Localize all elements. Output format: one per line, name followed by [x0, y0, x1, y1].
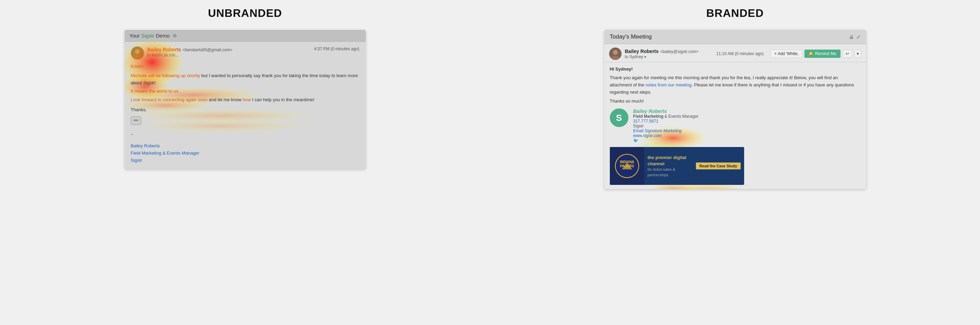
branded-title-bar: Today's Meeting 🖨 ⤢ — [605, 30, 866, 44]
unbranded-title: UNBRANDED — [208, 7, 282, 20]
branded-email-panel: Today's Meeting 🖨 ⤢ Bailey Roberts <bail… — [605, 30, 866, 189]
branded-content-area: Hi Sydney! Thank you again for meeting m… — [605, 62, 866, 189]
unbranded-signature: Bailey Roberts Field Marketing & Events … — [131, 143, 360, 164]
sig-details: Bailey Roberts Field Marketing & Events … — [633, 108, 861, 143]
sig-title-unbranded: Field Marketing & Events Manager — [131, 150, 360, 157]
branded-body-text: Thank you again for meeting me this morn… — [610, 74, 861, 96]
body-line2: It means the world to us. — [131, 88, 360, 95]
unbranded-email-panel: Your Sigstr Demo ⧉ — [125, 30, 366, 169]
more-button[interactable]: ▾ — [854, 49, 861, 58]
sig-name-unbranded: Bailey Roberts — [131, 143, 360, 150]
banner-sub: for ticket sales & partnerships — [648, 167, 693, 178]
svg-point-7 — [135, 49, 140, 54]
sig-product: Email Signature Marketing — [633, 128, 861, 133]
unbranded-header-bar: Your Sigstr Demo ⧉ — [125, 30, 366, 41]
branded-signature-block: S Bailey Roberts Field Marketing & Event… — [610, 108, 861, 143]
unbranded-section: UNBRANDED Your Sigstr Demo ⧉ — [0, 0, 490, 169]
sig-company-branded: Sigstr — [633, 124, 861, 128]
to-dropdown-icon[interactable]: ▾ — [644, 55, 646, 59]
branded-from-row: Bailey Roberts <bailey@sigstr.com> to Sy… — [605, 44, 866, 62]
branded-to: to Sydney ▾ — [625, 54, 713, 59]
sender-avatar-unbranded — [131, 46, 144, 60]
banner-logo: INDIANA PACERS — [610, 147, 644, 185]
to-unbranded: to kristin.ak.rob... — [147, 53, 311, 57]
unbranded-from-row: Bailey Roberts <beroberts65@gmail.com> t… — [131, 46, 360, 60]
sig-website: www.sigstr.com — [633, 133, 861, 138]
branded-from-info: Bailey Roberts <bailey@sigstr.com> to Sy… — [625, 48, 713, 59]
title-bar-icons: 🖨 ⤢ — [849, 34, 861, 40]
sig-separator: -- — [131, 131, 360, 138]
show-more-button[interactable]: ••• — [131, 116, 142, 125]
branded-from-email: <bailey@sigstr.com> — [660, 49, 699, 54]
branded-actions: + Add 'White, 🔔 Remind Me ↩ ▾ — [770, 49, 861, 58]
recipient-name-unbranded: Kristin: — [131, 64, 145, 69]
unbranded-email-content: Kristin: Michelle will be following up s… — [131, 63, 360, 164]
sig-avatar-green: S — [610, 108, 628, 127]
body-highlight: notes from our meeting — [646, 82, 692, 88]
branded-closing: Thanks so much! — [610, 99, 861, 104]
expand-icon[interactable]: ⤢ — [856, 34, 861, 40]
copy-icon[interactable]: ⧉ — [173, 33, 176, 38]
email-banner[interactable]: INDIANA PACERS the premier digital chann… — [610, 147, 744, 185]
print-icon[interactable]: 🖨 — [849, 34, 854, 40]
pacers-logo-svg: INDIANA PACERS — [615, 154, 639, 178]
branded-greeting: Hi Sydney! — [610, 67, 861, 72]
branded-section: BRANDED Today's Meeting 🖨 ⤢ Bailey Rober… — [490, 0, 980, 189]
unbranded-from-details: Bailey Roberts <beroberts65@gmail.com> t… — [147, 46, 311, 57]
body-line1-highlight: Michelle will be following up shortly — [131, 73, 202, 78]
sig-social-twitter[interactable]: 🐦 — [633, 138, 861, 143]
sig-phone: 317.777.5671 — [633, 119, 861, 124]
branded-window-title: Today's Meeting — [610, 33, 652, 40]
sig-title-branded: Field Marketing & Events Manager — [633, 114, 861, 119]
branded-title: BRANDED — [706, 7, 764, 20]
from-email-unbranded: <beroberts65@gmail.com> — [183, 48, 232, 53]
sig-company-unbranded: Sigstr — [131, 157, 360, 164]
unbranded-subject: Your Sigstr Demo — [129, 33, 170, 38]
timestamp-unbranded: 4:37 PM (0 minutes ago) — [314, 46, 359, 51]
unbranded-email-body: Bailey Roberts <beroberts65@gmail.com> t… — [125, 41, 366, 169]
reply-button[interactable]: ↩ — [843, 49, 852, 58]
from-name-unbranded: Bailey Roberts — [147, 47, 181, 53]
remind-me-button[interactable]: 🔔 Remind Me — [804, 49, 840, 58]
body-line2-text: It means the world to us. — [131, 88, 180, 94]
remind-icon: 🔔 — [808, 51, 814, 56]
sig-name-branded: Bailey Roberts — [633, 108, 861, 114]
banner-headline: the premier digital channel — [648, 155, 693, 167]
banner-cta-button[interactable]: Read the Case Study — [696, 162, 740, 169]
branded-timestamp: 11:10 AM (0 minutes ago) — [716, 51, 764, 56]
banner-content: the premier digital channel for ticket s… — [644, 151, 696, 181]
sender-avatar-branded — [609, 48, 622, 60]
branded-from-name: Bailey Roberts — [625, 49, 659, 54]
subject-highlight: Sigstr — [141, 33, 154, 38]
greeting-unbranded: Kristin: — [131, 63, 360, 70]
body-line3: Look forward to connecting again soon an… — [131, 96, 360, 104]
add-white-button[interactable]: + Add 'White, — [770, 49, 802, 58]
closing-unbranded: Thanks, — [131, 107, 360, 114]
svg-point-10 — [613, 50, 618, 55]
